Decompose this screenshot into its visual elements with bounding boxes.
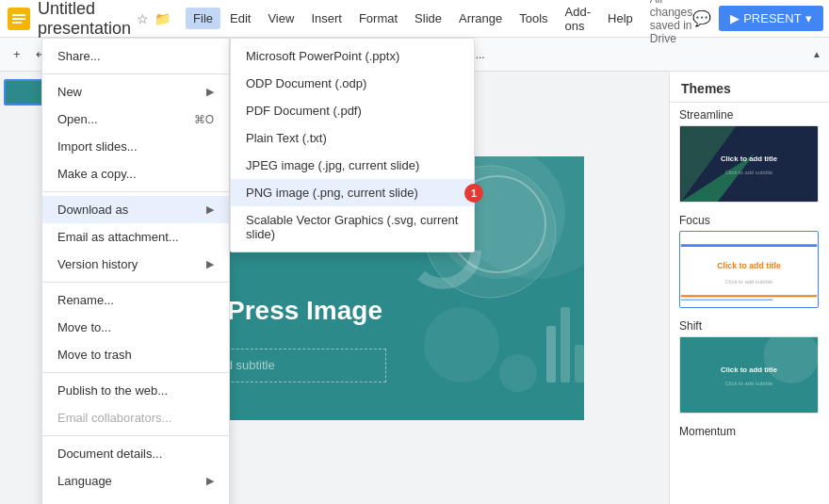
menu-language[interactable]: Language▶	[42, 467, 229, 495]
svg-rect-9	[561, 307, 570, 382]
menu-publish[interactable]: Publish to the web...	[42, 377, 229, 404]
menu-email-collab: Email collaborators...	[42, 404, 229, 431]
theme-label-momentum: Momentum	[679, 425, 820, 438]
svg-rect-10	[575, 345, 584, 382]
doc-title[interactable]: Untitled presentation	[38, 0, 131, 39]
svg-text:Click to add title: Click to add title	[721, 154, 778, 163]
menu-open[interactable]: Open...⌘O	[42, 106, 229, 133]
collapse-toolbar-btn[interactable]: ▲	[812, 49, 821, 59]
comments-icon[interactable]: 💬	[692, 9, 711, 27]
theme-item-shift: Shift Click to add title Click to add su…	[670, 314, 829, 419]
menu-version[interactable]: Version history▶	[42, 251, 229, 278]
svg-rect-3	[12, 22, 22, 24]
nav-slide[interactable]: Slide	[407, 8, 449, 29]
nav-file[interactable]: File	[186, 8, 220, 29]
theme-label-streamline: Streamline	[679, 108, 820, 122]
menu-sep-1	[42, 73, 229, 74]
download-pdf[interactable]: PDF Document (.pdf)	[231, 97, 474, 124]
svg-point-6	[424, 307, 499, 382]
nav-edit[interactable]: Edit	[222, 8, 258, 29]
nav-view[interactable]: View	[260, 8, 301, 29]
theme-preview-focus[interactable]: Click to add title Click to add subtitle	[679, 231, 819, 308]
add-slide-btn[interactable]: +	[8, 43, 26, 65]
svg-rect-8	[546, 326, 556, 382]
menu-trash[interactable]: Move to trash	[42, 341, 229, 368]
download-pptx[interactable]: Microsoft PowerPoint (.pptx)	[231, 42, 474, 70]
svg-text:Click to add subtitle: Click to add subtitle	[725, 279, 773, 285]
slide-thumb-1[interactable]	[4, 79, 43, 106]
menu-sep-3	[42, 282, 229, 283]
png-badge: 1	[464, 184, 483, 203]
nav-tools[interactable]: Tools	[512, 8, 555, 29]
menu-sep-2	[42, 191, 229, 192]
menu-email[interactable]: Email as attachment...	[42, 223, 229, 251]
menu-sep-5	[42, 435, 229, 436]
theme-item-streamline: Streamline Click to add title Click to a…	[670, 103, 829, 208]
themes-panel: Themes Streamline Click to add title Cli…	[669, 72, 829, 504]
star-icon[interactable]: ☆	[137, 11, 149, 26]
theme-item-focus: Focus Click to add title Click to add su…	[670, 208, 829, 314]
changes-saved: All changes saved in Drive	[650, 0, 692, 45]
top-right: 💬 ▶ PRESENT ▾ 🔒 SHARE	[692, 0, 829, 39]
svg-point-7	[499, 354, 537, 392]
svg-text:Click to add subtitle: Click to add subtitle	[725, 170, 773, 175]
download-svg[interactable]: Scalable Vector Graphics (.svg, current …	[231, 206, 474, 248]
menu-download[interactable]: Download as▶	[42, 196, 229, 223]
svg-rect-2	[12, 18, 25, 20]
svg-rect-1	[12, 14, 25, 16]
theme-label-focus: Focus	[679, 214, 820, 227]
download-txt[interactable]: Plain Text (.txt)	[231, 124, 474, 152]
menu-import[interactable]: Import slides...	[42, 133, 229, 160]
download-png[interactable]: PNG image (.png, current slide) 1	[231, 179, 474, 206]
menu-pagesetup[interactable]: Page setup...	[42, 495, 229, 504]
slides-panel: 1	[0, 72, 47, 504]
nav-arrange[interactable]: Arrange	[451, 8, 510, 29]
download-submenu: Microsoft PowerPoint (.pptx) ODP Documen…	[230, 38, 475, 252]
menu-copy[interactable]: Make a copy...	[42, 160, 229, 187]
file-menu: Share... New▶ Open...⌘O Import slides...…	[41, 38, 230, 504]
nav-insert[interactable]: Insert	[303, 8, 349, 29]
nav-help[interactable]: Help	[600, 8, 641, 29]
menu-rename[interactable]: Rename...	[42, 286, 229, 314]
title-icons: ☆ 📁	[137, 11, 171, 26]
theme-label-shift: Shift	[679, 319, 820, 333]
themes-header: Themes	[670, 72, 829, 103]
svg-text:Click to add title: Click to add title	[717, 261, 781, 270]
menu-new[interactable]: New▶	[42, 78, 229, 106]
top-bar: Untitled presentation ☆ 📁 File Edit View…	[0, 0, 829, 38]
theme-item-momentum: Momentum	[670, 419, 829, 447]
app-icon	[8, 8, 30, 30]
menu-details[interactable]: Document details...	[42, 440, 229, 467]
svg-text:Click to add title: Click to add title	[721, 366, 778, 374]
folder-icon[interactable]: 📁	[154, 11, 171, 26]
present-button[interactable]: ▶ PRESENT ▾	[719, 6, 822, 31]
menu-moveto[interactable]: Move to...	[42, 314, 229, 341]
menu-sep-4	[42, 372, 229, 373]
theme-preview-shift[interactable]: Click to add title Click to add subtitle	[679, 336, 819, 414]
download-odp[interactable]: ODP Document (.odp)	[231, 70, 474, 97]
svg-text:Click to add subtitle: Click to add subtitle	[725, 381, 773, 386]
download-jpeg[interactable]: JPEG image (.jpg, current slide)	[231, 152, 474, 179]
menu-share[interactable]: Share...	[42, 42, 229, 70]
theme-preview-streamline[interactable]: Click to add title Click to add subtitle	[679, 125, 819, 203]
nav-format[interactable]: Format	[351, 8, 405, 29]
nav-addons[interactable]: Add-ons	[558, 1, 598, 37]
